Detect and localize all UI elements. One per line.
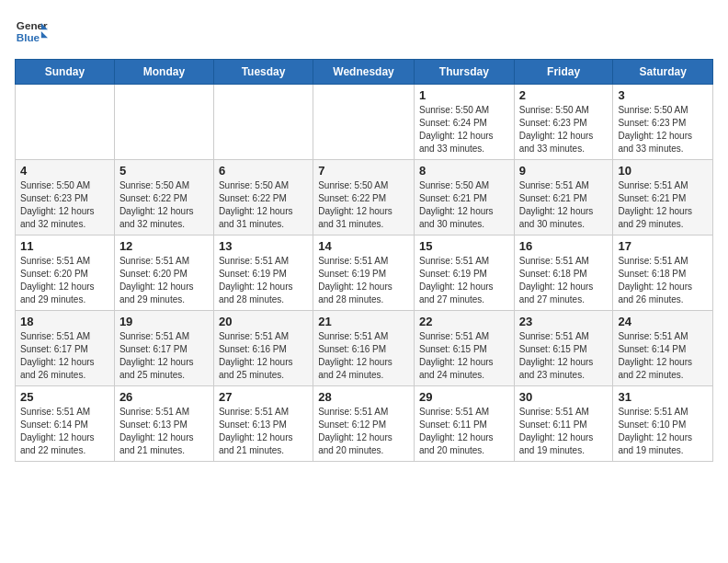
calendar-cell <box>114 85 213 160</box>
day-info: Sunrise: 5:51 AMSunset: 6:11 PMDaylight:… <box>519 406 609 457</box>
day-info: Sunrise: 5:51 AMSunset: 6:19 PMDaylight:… <box>318 255 409 306</box>
day-info: Sunrise: 5:51 AMSunset: 6:17 PMDaylight:… <box>119 330 209 382</box>
header-day-sunday: Sunday <box>16 60 115 85</box>
day-info: Sunrise: 5:51 AMSunset: 6:11 PMDaylight:… <box>419 406 509 457</box>
day-info: Sunrise: 5:50 AMSunset: 6:22 PMDaylight:… <box>318 179 409 231</box>
calendar-table: SundayMondayTuesdayWednesdayThursdayFrid… <box>15 59 713 462</box>
day-info: Sunrise: 5:50 AMSunset: 6:23 PMDaylight:… <box>20 179 109 231</box>
header-day-thursday: Thursday <box>414 60 514 85</box>
day-number: 21 <box>318 315 409 328</box>
logo-icon: General Blue <box>15 15 48 48</box>
day-number: 31 <box>618 390 708 404</box>
calendar-cell: 8Sunrise: 5:50 AMSunset: 6:21 PMDaylight… <box>414 160 514 236</box>
header-day-tuesday: Tuesday <box>213 60 313 85</box>
calendar-cell: 11Sunrise: 5:51 AMSunset: 6:20 PMDayligh… <box>16 236 115 311</box>
calendar-cell: 15Sunrise: 5:51 AMSunset: 6:19 PMDayligh… <box>414 236 514 311</box>
svg-marker-3 <box>41 31 48 38</box>
day-number: 18 <box>20 315 109 328</box>
day-number: 20 <box>219 315 308 328</box>
calendar-body: 1Sunrise: 5:50 AMSunset: 6:24 PMDaylight… <box>16 85 713 462</box>
calendar-week-2: 11Sunrise: 5:51 AMSunset: 6:20 PMDayligh… <box>16 236 713 311</box>
day-number: 23 <box>519 315 609 328</box>
day-number: 28 <box>318 390 409 404</box>
day-number: 16 <box>519 239 609 253</box>
calendar-cell: 10Sunrise: 5:51 AMSunset: 6:21 PMDayligh… <box>613 160 713 236</box>
calendar-cell: 24Sunrise: 5:51 AMSunset: 6:14 PMDayligh… <box>613 311 713 386</box>
calendar-cell: 7Sunrise: 5:50 AMSunset: 6:22 PMDaylight… <box>313 160 415 236</box>
day-info: Sunrise: 5:51 AMSunset: 6:12 PMDaylight:… <box>318 406 409 457</box>
day-number: 11 <box>20 239 109 253</box>
day-info: Sunrise: 5:51 AMSunset: 6:16 PMDaylight:… <box>318 330 409 382</box>
day-info: Sunrise: 5:51 AMSunset: 6:19 PMDaylight:… <box>419 255 509 306</box>
day-info: Sunrise: 5:51 AMSunset: 6:18 PMDaylight:… <box>618 255 708 306</box>
day-info: Sunrise: 5:50 AMSunset: 6:24 PMDaylight:… <box>419 104 509 155</box>
calendar-week-3: 18Sunrise: 5:51 AMSunset: 6:17 PMDayligh… <box>16 311 713 386</box>
day-info: Sunrise: 5:51 AMSunset: 6:21 PMDaylight:… <box>519 179 609 231</box>
calendar-cell <box>313 85 415 160</box>
calendar-cell: 4Sunrise: 5:50 AMSunset: 6:23 PMDaylight… <box>16 160 115 236</box>
day-info: Sunrise: 5:51 AMSunset: 6:13 PMDaylight:… <box>119 406 209 457</box>
calendar-cell: 5Sunrise: 5:50 AMSunset: 6:22 PMDaylight… <box>114 160 213 236</box>
calendar-cell: 3Sunrise: 5:50 AMSunset: 6:23 PMDaylight… <box>613 85 713 160</box>
day-info: Sunrise: 5:50 AMSunset: 6:21 PMDaylight:… <box>419 179 509 231</box>
calendar-cell: 30Sunrise: 5:51 AMSunset: 6:11 PMDayligh… <box>514 386 613 462</box>
day-info: Sunrise: 5:50 AMSunset: 6:22 PMDaylight:… <box>219 179 308 231</box>
header: General Blue <box>15 15 713 48</box>
day-info: Sunrise: 5:51 AMSunset: 6:13 PMDaylight:… <box>219 406 308 457</box>
day-number: 25 <box>20 390 109 404</box>
day-info: Sunrise: 5:51 AMSunset: 6:19 PMDaylight:… <box>219 255 308 306</box>
day-number: 26 <box>119 390 209 404</box>
svg-text:Blue: Blue <box>17 31 40 43</box>
day-number: 17 <box>618 239 708 253</box>
calendar-cell: 21Sunrise: 5:51 AMSunset: 6:16 PMDayligh… <box>313 311 415 386</box>
calendar-cell: 28Sunrise: 5:51 AMSunset: 6:12 PMDayligh… <box>313 386 415 462</box>
day-number: 12 <box>119 239 209 253</box>
day-number: 24 <box>618 315 708 328</box>
calendar-week-4: 25Sunrise: 5:51 AMSunset: 6:14 PMDayligh… <box>16 386 713 462</box>
calendar-cell: 27Sunrise: 5:51 AMSunset: 6:13 PMDayligh… <box>213 386 313 462</box>
day-number: 10 <box>618 164 708 178</box>
calendar-cell: 26Sunrise: 5:51 AMSunset: 6:13 PMDayligh… <box>114 386 213 462</box>
calendar-cell: 19Sunrise: 5:51 AMSunset: 6:17 PMDayligh… <box>114 311 213 386</box>
calendar-cell: 20Sunrise: 5:51 AMSunset: 6:16 PMDayligh… <box>213 311 313 386</box>
calendar-cell: 18Sunrise: 5:51 AMSunset: 6:17 PMDayligh… <box>16 311 115 386</box>
day-number: 7 <box>318 164 409 178</box>
calendar-cell <box>213 85 313 160</box>
day-info: Sunrise: 5:51 AMSunset: 6:20 PMDaylight:… <box>119 255 209 306</box>
day-info: Sunrise: 5:51 AMSunset: 6:14 PMDaylight:… <box>618 330 708 382</box>
day-number: 13 <box>219 239 308 253</box>
calendar-cell: 12Sunrise: 5:51 AMSunset: 6:20 PMDayligh… <box>114 236 213 311</box>
calendar-header-row: SundayMondayTuesdayWednesdayThursdayFrid… <box>16 60 713 85</box>
day-info: Sunrise: 5:51 AMSunset: 6:15 PMDaylight:… <box>419 330 509 382</box>
calendar-cell: 1Sunrise: 5:50 AMSunset: 6:24 PMDaylight… <box>414 85 514 160</box>
calendar-cell: 16Sunrise: 5:51 AMSunset: 6:18 PMDayligh… <box>514 236 613 311</box>
day-number: 8 <box>419 164 509 178</box>
day-number: 22 <box>419 315 509 328</box>
calendar-cell: 23Sunrise: 5:51 AMSunset: 6:15 PMDayligh… <box>514 311 613 386</box>
day-info: Sunrise: 5:50 AMSunset: 6:23 PMDaylight:… <box>519 104 609 155</box>
calendar-cell: 25Sunrise: 5:51 AMSunset: 6:14 PMDayligh… <box>16 386 115 462</box>
day-info: Sunrise: 5:50 AMSunset: 6:23 PMDaylight:… <box>618 104 708 155</box>
day-number: 5 <box>119 164 209 178</box>
header-day-friday: Friday <box>514 60 613 85</box>
day-info: Sunrise: 5:51 AMSunset: 6:10 PMDaylight:… <box>618 406 708 457</box>
day-number: 3 <box>618 88 708 102</box>
day-number: 27 <box>219 390 308 404</box>
header-day-wednesday: Wednesday <box>313 60 415 85</box>
logo: General Blue <box>15 15 48 48</box>
day-info: Sunrise: 5:50 AMSunset: 6:22 PMDaylight:… <box>119 179 209 231</box>
calendar-week-1: 4Sunrise: 5:50 AMSunset: 6:23 PMDaylight… <box>16 160 713 236</box>
calendar-cell: 13Sunrise: 5:51 AMSunset: 6:19 PMDayligh… <box>213 236 313 311</box>
day-info: Sunrise: 5:51 AMSunset: 6:15 PMDaylight:… <box>519 330 609 382</box>
day-number: 14 <box>318 239 409 253</box>
calendar-cell: 14Sunrise: 5:51 AMSunset: 6:19 PMDayligh… <box>313 236 415 311</box>
header-day-saturday: Saturday <box>613 60 713 85</box>
calendar-cell: 6Sunrise: 5:50 AMSunset: 6:22 PMDaylight… <box>213 160 313 236</box>
day-info: Sunrise: 5:51 AMSunset: 6:18 PMDaylight:… <box>519 255 609 306</box>
day-info: Sunrise: 5:51 AMSunset: 6:16 PMDaylight:… <box>219 330 308 382</box>
calendar-cell: 2Sunrise: 5:50 AMSunset: 6:23 PMDaylight… <box>514 85 613 160</box>
day-number: 2 <box>519 88 609 102</box>
day-info: Sunrise: 5:51 AMSunset: 6:20 PMDaylight:… <box>20 255 109 306</box>
calendar-cell <box>16 85 115 160</box>
calendar-cell: 31Sunrise: 5:51 AMSunset: 6:10 PMDayligh… <box>613 386 713 462</box>
